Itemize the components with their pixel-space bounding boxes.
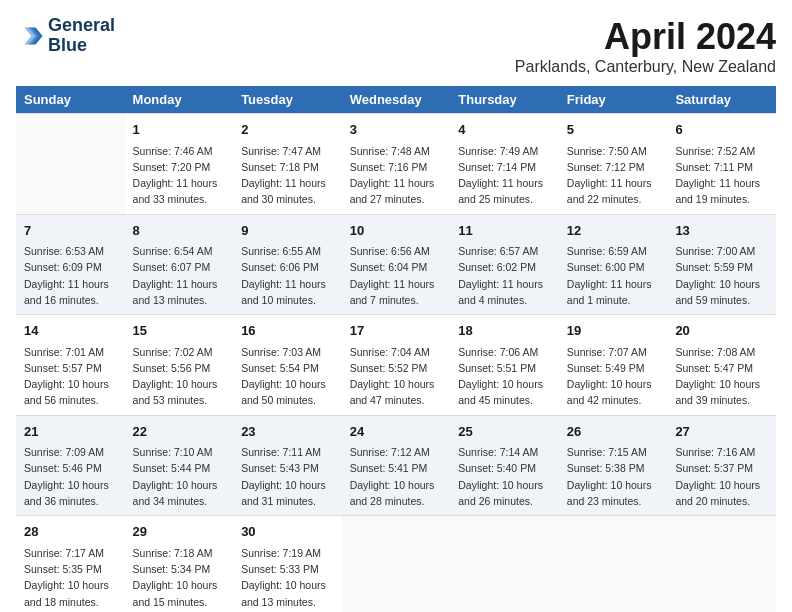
calendar-cell: 3Sunrise: 7:48 AMSunset: 7:16 PMDaylight…	[342, 114, 451, 215]
day-detail: Sunrise: 7:46 AMSunset: 7:20 PMDaylight:…	[133, 143, 226, 208]
day-detail: Sunrise: 7:50 AMSunset: 7:12 PMDaylight:…	[567, 143, 660, 208]
day-number: 13	[675, 221, 768, 241]
day-detail: Sunrise: 7:49 AMSunset: 7:14 PMDaylight:…	[458, 143, 551, 208]
calendar-cell: 24Sunrise: 7:12 AMSunset: 5:41 PMDayligh…	[342, 415, 451, 516]
column-header-sunday: Sunday	[16, 86, 125, 114]
day-detail: Sunrise: 6:56 AMSunset: 6:04 PMDaylight:…	[350, 243, 443, 308]
day-detail: Sunrise: 7:19 AMSunset: 5:33 PMDaylight:…	[241, 545, 334, 610]
day-number: 24	[350, 422, 443, 442]
calendar-cell: 10Sunrise: 6:56 AMSunset: 6:04 PMDayligh…	[342, 214, 451, 315]
calendar-cell: 14Sunrise: 7:01 AMSunset: 5:57 PMDayligh…	[16, 315, 125, 416]
day-detail: Sunrise: 6:59 AMSunset: 6:00 PMDaylight:…	[567, 243, 660, 308]
calendar-cell: 27Sunrise: 7:16 AMSunset: 5:37 PMDayligh…	[667, 415, 776, 516]
day-detail: Sunrise: 7:04 AMSunset: 5:52 PMDaylight:…	[350, 344, 443, 409]
day-detail: Sunrise: 7:07 AMSunset: 5:49 PMDaylight:…	[567, 344, 660, 409]
week-row-2: 7Sunrise: 6:53 AMSunset: 6:09 PMDaylight…	[16, 214, 776, 315]
day-detail: Sunrise: 7:03 AMSunset: 5:54 PMDaylight:…	[241, 344, 334, 409]
week-row-4: 21Sunrise: 7:09 AMSunset: 5:46 PMDayligh…	[16, 415, 776, 516]
day-number: 19	[567, 321, 660, 341]
calendar-cell: 19Sunrise: 7:07 AMSunset: 5:49 PMDayligh…	[559, 315, 668, 416]
column-header-thursday: Thursday	[450, 86, 559, 114]
page-header: General Blue April 2024 Parklands, Cante…	[16, 16, 776, 76]
column-header-friday: Friday	[559, 86, 668, 114]
logo: General Blue	[16, 16, 115, 56]
day-number: 5	[567, 120, 660, 140]
day-number: 26	[567, 422, 660, 442]
day-detail: Sunrise: 7:10 AMSunset: 5:44 PMDaylight:…	[133, 444, 226, 509]
logo-text: General Blue	[48, 16, 115, 56]
day-number: 3	[350, 120, 443, 140]
day-number: 9	[241, 221, 334, 241]
calendar-cell: 28Sunrise: 7:17 AMSunset: 5:35 PMDayligh…	[16, 516, 125, 612]
calendar-cell: 30Sunrise: 7:19 AMSunset: 5:33 PMDayligh…	[233, 516, 342, 612]
calendar-cell: 20Sunrise: 7:08 AMSunset: 5:47 PMDayligh…	[667, 315, 776, 416]
day-detail: Sunrise: 7:12 AMSunset: 5:41 PMDaylight:…	[350, 444, 443, 509]
week-row-5: 28Sunrise: 7:17 AMSunset: 5:35 PMDayligh…	[16, 516, 776, 612]
day-number: 18	[458, 321, 551, 341]
day-detail: Sunrise: 7:06 AMSunset: 5:51 PMDaylight:…	[458, 344, 551, 409]
day-number: 10	[350, 221, 443, 241]
day-detail: Sunrise: 6:55 AMSunset: 6:06 PMDaylight:…	[241, 243, 334, 308]
logo-icon	[16, 22, 44, 50]
day-detail: Sunrise: 7:00 AMSunset: 5:59 PMDaylight:…	[675, 243, 768, 308]
day-number: 11	[458, 221, 551, 241]
day-number: 27	[675, 422, 768, 442]
day-number: 4	[458, 120, 551, 140]
calendar-cell: 26Sunrise: 7:15 AMSunset: 5:38 PMDayligh…	[559, 415, 668, 516]
calendar-cell: 29Sunrise: 7:18 AMSunset: 5:34 PMDayligh…	[125, 516, 234, 612]
day-detail: Sunrise: 7:17 AMSunset: 5:35 PMDaylight:…	[24, 545, 117, 610]
day-detail: Sunrise: 7:52 AMSunset: 7:11 PMDaylight:…	[675, 143, 768, 208]
calendar-cell: 5Sunrise: 7:50 AMSunset: 7:12 PMDaylight…	[559, 114, 668, 215]
day-number: 20	[675, 321, 768, 341]
day-detail: Sunrise: 7:16 AMSunset: 5:37 PMDaylight:…	[675, 444, 768, 509]
day-detail: Sunrise: 7:01 AMSunset: 5:57 PMDaylight:…	[24, 344, 117, 409]
calendar-cell	[667, 516, 776, 612]
day-number: 29	[133, 522, 226, 542]
calendar-cell: 18Sunrise: 7:06 AMSunset: 5:51 PMDayligh…	[450, 315, 559, 416]
calendar-cell: 7Sunrise: 6:53 AMSunset: 6:09 PMDaylight…	[16, 214, 125, 315]
calendar-cell	[342, 516, 451, 612]
day-number: 6	[675, 120, 768, 140]
month-title: April 2024	[515, 16, 776, 58]
calendar-cell: 15Sunrise: 7:02 AMSunset: 5:56 PMDayligh…	[125, 315, 234, 416]
day-detail: Sunrise: 7:47 AMSunset: 7:18 PMDaylight:…	[241, 143, 334, 208]
calendar-cell: 1Sunrise: 7:46 AMSunset: 7:20 PMDaylight…	[125, 114, 234, 215]
column-header-wednesday: Wednesday	[342, 86, 451, 114]
day-detail: Sunrise: 7:14 AMSunset: 5:40 PMDaylight:…	[458, 444, 551, 509]
day-number: 7	[24, 221, 117, 241]
week-row-1: 1Sunrise: 7:46 AMSunset: 7:20 PMDaylight…	[16, 114, 776, 215]
calendar-cell: 9Sunrise: 6:55 AMSunset: 6:06 PMDaylight…	[233, 214, 342, 315]
calendar-cell	[450, 516, 559, 612]
calendar-cell: 13Sunrise: 7:00 AMSunset: 5:59 PMDayligh…	[667, 214, 776, 315]
day-detail: Sunrise: 7:08 AMSunset: 5:47 PMDaylight:…	[675, 344, 768, 409]
day-number: 21	[24, 422, 117, 442]
day-detail: Sunrise: 7:11 AMSunset: 5:43 PMDaylight:…	[241, 444, 334, 509]
calendar-cell: 23Sunrise: 7:11 AMSunset: 5:43 PMDayligh…	[233, 415, 342, 516]
calendar-cell: 25Sunrise: 7:14 AMSunset: 5:40 PMDayligh…	[450, 415, 559, 516]
week-row-3: 14Sunrise: 7:01 AMSunset: 5:57 PMDayligh…	[16, 315, 776, 416]
calendar-cell: 17Sunrise: 7:04 AMSunset: 5:52 PMDayligh…	[342, 315, 451, 416]
day-detail: Sunrise: 7:48 AMSunset: 7:16 PMDaylight:…	[350, 143, 443, 208]
day-detail: Sunrise: 7:15 AMSunset: 5:38 PMDaylight:…	[567, 444, 660, 509]
day-detail: Sunrise: 7:02 AMSunset: 5:56 PMDaylight:…	[133, 344, 226, 409]
calendar-cell: 16Sunrise: 7:03 AMSunset: 5:54 PMDayligh…	[233, 315, 342, 416]
day-number: 1	[133, 120, 226, 140]
calendar-table: SundayMondayTuesdayWednesdayThursdayFrid…	[16, 86, 776, 612]
column-header-saturday: Saturday	[667, 86, 776, 114]
calendar-cell	[16, 114, 125, 215]
column-header-tuesday: Tuesday	[233, 86, 342, 114]
day-number: 23	[241, 422, 334, 442]
day-detail: Sunrise: 6:54 AMSunset: 6:07 PMDaylight:…	[133, 243, 226, 308]
calendar-cell: 6Sunrise: 7:52 AMSunset: 7:11 PMDaylight…	[667, 114, 776, 215]
day-number: 12	[567, 221, 660, 241]
calendar-cell: 4Sunrise: 7:49 AMSunset: 7:14 PMDaylight…	[450, 114, 559, 215]
day-number: 30	[241, 522, 334, 542]
column-header-monday: Monday	[125, 86, 234, 114]
day-number: 8	[133, 221, 226, 241]
calendar-cell: 12Sunrise: 6:59 AMSunset: 6:00 PMDayligh…	[559, 214, 668, 315]
day-number: 17	[350, 321, 443, 341]
day-number: 22	[133, 422, 226, 442]
day-number: 14	[24, 321, 117, 341]
calendar-cell: 11Sunrise: 6:57 AMSunset: 6:02 PMDayligh…	[450, 214, 559, 315]
day-number: 15	[133, 321, 226, 341]
